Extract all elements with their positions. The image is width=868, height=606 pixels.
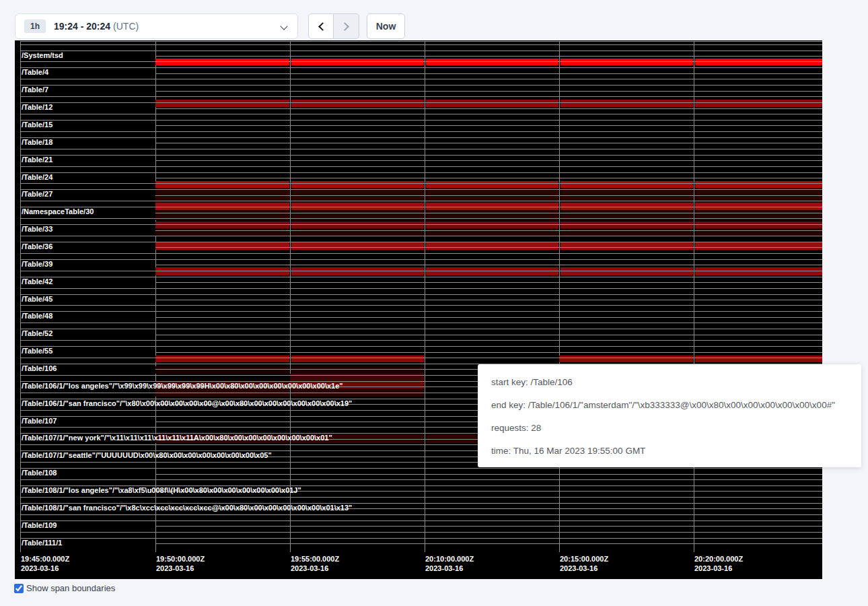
- x-axis-tick: 20:10:00.000Z2023-03-16: [425, 554, 474, 573]
- row-label: /System/tsd: [22, 51, 63, 59]
- row-label: /Table/15: [22, 121, 52, 129]
- show-span-boundaries-checkbox[interactable]: [14, 584, 24, 593]
- gridline-vertical: [694, 41, 694, 552]
- gridline-horizontal: [20, 183, 822, 184]
- gridline-horizontal: [20, 166, 822, 167]
- gridline-horizontal: [20, 149, 822, 149]
- row-label: /Table/27: [22, 190, 52, 198]
- gridline-horizontal: [20, 155, 822, 156]
- span-activity-band: [560, 100, 693, 107]
- row-label: /Table/24: [22, 173, 52, 181]
- row-label: /Table/111/1: [22, 539, 62, 547]
- span-activity-band: [560, 267, 693, 275]
- gridline-horizontal: [20, 514, 822, 515]
- gridline-horizontal: [20, 131, 822, 132]
- gridline-horizontal: [20, 137, 822, 138]
- row-label: /Table/18: [22, 138, 52, 146]
- span-activity-band: [695, 356, 822, 362]
- row-label: /Table/109: [22, 521, 57, 529]
- row-label: /Table/107/1/"new york"/"\x11\x11\x11\x1…: [22, 434, 332, 442]
- row-label: /Table/108/1/"san francisco"/"\x8c\xcc\x…: [22, 504, 352, 512]
- span-activity-band: [695, 100, 822, 107]
- gridline-horizontal: [155, 195, 822, 196]
- gridline-horizontal: [155, 300, 822, 300]
- x-axis-tick: 19:55:00.000Z2023-03-16: [291, 554, 339, 573]
- row-label: /Table/45: [22, 295, 52, 303]
- gridline-horizontal: [155, 247, 822, 248]
- row-label: /Table/42: [22, 277, 52, 285]
- gridline-horizontal: [20, 236, 822, 236]
- time-range-selector[interactable]: 1h 19:24 - 20:24 (UTC): [15, 13, 298, 39]
- row-label: /Table/107/1/"seattle"/"UUUUUUD\x00\x80\…: [22, 451, 272, 459]
- span-activity-band: [291, 267, 424, 275]
- gridline-horizontal: [20, 85, 822, 86]
- time-nav-group: [308, 13, 359, 39]
- gridline-horizontal: [155, 352, 822, 353]
- x-axis-tick: 20:20:00.000Z2023-03-16: [694, 554, 743, 573]
- gridline-horizontal: [20, 311, 822, 312]
- row-label: /Table/52: [22, 329, 52, 337]
- row-label: /Table/4: [22, 68, 48, 76]
- row-label: /NamespaceTable/30: [22, 207, 94, 215]
- gridline-horizontal: [155, 543, 822, 544]
- gridline-horizontal: [155, 335, 822, 335]
- row-label: /Table/106/1/"los angeles"/"\x99\x99\x99…: [22, 382, 343, 390]
- gridline-horizontal: [20, 218, 822, 219]
- key-visualizer-canvas[interactable]: /System/tsd/Table/4/Table/7/Table/12/Tab…: [15, 40, 822, 579]
- row-label: /Table/108/1/"los angeles"/"\xa8\xf5\u00…: [22, 486, 301, 494]
- span-activity-band: [291, 181, 424, 188]
- gridline-horizontal: [20, 242, 822, 242]
- gridline-horizontal: [20, 172, 822, 173]
- span-activity-band: [695, 242, 822, 250]
- span-activity-band: [155, 267, 289, 275]
- show-span-boundaries-label: Show span boundaries: [26, 583, 115, 593]
- gridline-vertical: [290, 41, 291, 552]
- gridline-horizontal: [20, 120, 822, 121]
- span-activity-band: [155, 181, 289, 188]
- gridline-horizontal: [20, 61, 822, 62]
- row-label: /Table/106/1/"san francisco"/"\x80\x00\x…: [22, 399, 352, 407]
- gridline-horizontal: [155, 56, 822, 57]
- gridline-horizontal: [20, 50, 822, 51]
- span-activity-band: [291, 356, 424, 362]
- x-axis-tick: 20:15:00.000Z2023-03-16: [560, 554, 608, 573]
- tooltip-time: time: Thu, 16 Mar 2023 19:55:00 GMT: [491, 440, 861, 463]
- row-label: /Table/106: [22, 364, 57, 372]
- gridline-horizontal: [155, 317, 822, 318]
- time-range-utc: (UTC): [113, 21, 139, 32]
- gridline-horizontal: [20, 294, 822, 295]
- span-activity-band: [291, 100, 424, 107]
- x-axis-tick: 19:50:00.000Z2023-03-16: [156, 554, 205, 573]
- gridline-horizontal: [20, 532, 822, 533]
- now-button[interactable]: Now: [367, 13, 405, 39]
- row-label: /Table/36: [22, 242, 52, 250]
- gridline-horizontal: [155, 526, 822, 527]
- row-label: /Table/39: [22, 260, 52, 268]
- gridline-horizontal: [20, 102, 822, 103]
- gridline-horizontal: [20, 44, 822, 45]
- next-range-button-disabled[interactable]: [334, 13, 359, 39]
- gridline-horizontal: [155, 91, 822, 92]
- gridline-horizontal: [155, 73, 822, 74]
- gridline-horizontal: [20, 538, 822, 539]
- span-activity-band: [426, 181, 558, 188]
- gridline-horizontal: [20, 346, 822, 347]
- span-activity-band: [155, 366, 289, 374]
- span-tooltip: start key: /Table/106 end key: /Table/10…: [478, 364, 861, 467]
- row-label: /Table/48: [22, 312, 52, 320]
- span-activity-band: [426, 100, 558, 107]
- x-axis-tick: 19:45:00.000Z2023-03-16: [21, 554, 69, 573]
- gridline-horizontal: [155, 108, 822, 109]
- span-activity-band: [695, 181, 822, 188]
- gridline-horizontal: [20, 189, 822, 190]
- row-label: /Table/107: [22, 417, 57, 425]
- gridline-horizontal: [20, 253, 822, 254]
- row-label: /Table/21: [22, 156, 52, 164]
- span-activity-band: [291, 242, 424, 250]
- span-activity-band: [155, 356, 289, 362]
- gridline-horizontal: [20, 79, 822, 79]
- previous-range-button[interactable]: [308, 13, 334, 39]
- gridline-horizontal: [155, 125, 822, 126]
- span-activity-band: [291, 366, 424, 374]
- gridline-horizontal: [155, 282, 822, 283]
